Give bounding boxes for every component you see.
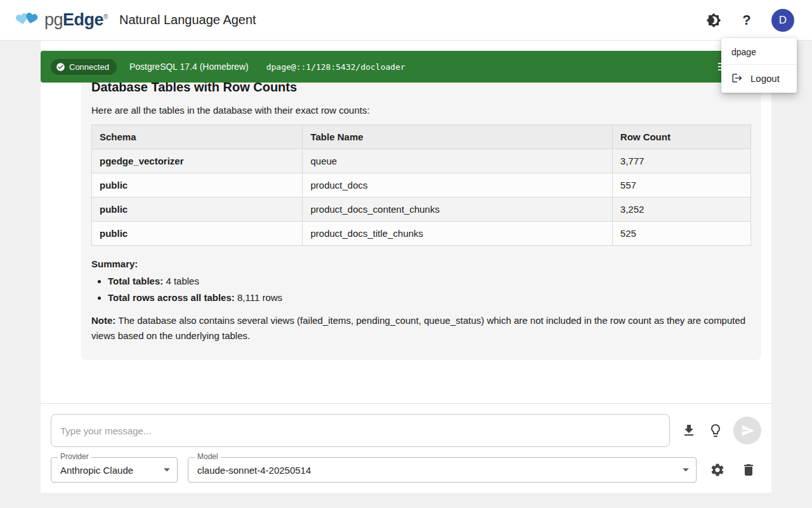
- composer-settings-actions: [705, 457, 761, 483]
- menu-divider: [721, 64, 797, 65]
- server-version: PostgreSQL 17.4 (Homebrew): [129, 62, 249, 72]
- download-button[interactable]: [676, 418, 702, 443]
- send-button[interactable]: [733, 417, 761, 444]
- pgedge-wordmark: pgEdge®: [44, 10, 108, 30]
- table-row: public product_docs_title_chunks 525: [92, 222, 751, 246]
- connected-badge: Connected: [51, 59, 117, 75]
- cell-schema: public: [92, 197, 303, 222]
- model-label: Model: [195, 452, 221, 461]
- message-input[interactable]: [51, 414, 670, 447]
- cell-row-count: 525: [612, 222, 750, 246]
- composer-actions: [676, 417, 761, 444]
- help-icon: ?: [742, 12, 750, 29]
- message-intro: Here are all the tables in the database …: [91, 105, 751, 116]
- message-input-row: [51, 414, 761, 447]
- cell-schema: public: [92, 173, 303, 197]
- dark-mode-toggle[interactable]: [705, 12, 722, 29]
- chat-scroll-area[interactable]: Connected PostgreSQL 17.4 (Homebrew) dpa…: [41, 41, 771, 403]
- list-item: Total rows across all tables: 8,111 rows: [108, 292, 751, 303]
- page-title: Natural Language Agent: [119, 13, 256, 27]
- column-header-schema: Schema: [92, 125, 303, 149]
- cell-table-name: product_docs_content_chunks: [303, 197, 612, 222]
- pgedge-logo-icon: [14, 10, 42, 31]
- composer: Provider Anthropic Claude Model claude-s…: [41, 403, 771, 493]
- cell-table-name: product_docs_title_chunks: [303, 222, 612, 246]
- model-value: claude-sonnet-4-20250514: [197, 465, 311, 476]
- logout-icon: [731, 72, 743, 84]
- help-button[interactable]: ?: [738, 12, 755, 29]
- model-settings-row: Provider Anthropic Claude Model claude-s…: [51, 457, 761, 483]
- table-row: public product_docs 557: [92, 173, 751, 197]
- cell-row-count: 3,252: [612, 197, 750, 222]
- clear-chat-button[interactable]: [736, 457, 761, 483]
- assistant-message-card: Database Tables with Row Counts Here are…: [81, 70, 761, 360]
- logout-menu-item[interactable]: Logout: [721, 67, 797, 89]
- column-header-table-name: Table Name: [303, 125, 612, 149]
- download-icon: [681, 423, 697, 438]
- provider-label: Provider: [58, 452, 91, 461]
- provider-select[interactable]: Provider Anthropic Claude: [51, 457, 178, 483]
- cell-table-name: product_docs: [303, 173, 612, 197]
- app-header: pgEdge® Natural Language Agent ? D: [0, 0, 812, 41]
- header-actions: ? D: [705, 9, 794, 32]
- column-header-row-count: Row Count: [612, 125, 750, 149]
- gear-icon: [710, 462, 725, 478]
- lightbulb-icon: [708, 423, 723, 438]
- user-menu: dpage Logout: [721, 38, 797, 93]
- cell-row-count: 3,777: [612, 149, 750, 173]
- summary-label: Summary:: [91, 258, 751, 269]
- send-icon: [741, 424, 755, 438]
- provider-value: Anthropic Claude: [60, 465, 133, 476]
- message-note: Note: The database also contains several…: [91, 313, 751, 344]
- connection-status-bar: Connected PostgreSQL 17.4 (Homebrew) dpa…: [41, 51, 771, 83]
- cell-schema: public: [92, 222, 303, 246]
- connected-label: Connected: [69, 62, 109, 72]
- menu-username: dpage: [721, 42, 797, 63]
- chevron-down-icon: [683, 469, 689, 472]
- list-item: Total tables: 4 tables: [108, 276, 751, 286]
- logout-label: Logout: [750, 73, 780, 84]
- cell-table-name: queue: [303, 149, 612, 173]
- settings-button[interactable]: [705, 457, 730, 483]
- check-circle-icon: [56, 62, 65, 72]
- table-row: public product_docs_content_chunks 3,252: [92, 197, 751, 222]
- table-row: pgedge_vectorizer queue 3,777: [92, 149, 751, 173]
- table-header-row: Schema Table Name Row Count: [92, 125, 751, 149]
- chevron-down-icon: [164, 469, 170, 472]
- connection-string: dpage@::1/128:5432/docloader: [266, 62, 405, 72]
- model-select[interactable]: Model claude-sonnet-4-20250514: [188, 457, 697, 483]
- main-column: Connected PostgreSQL 17.4 (Homebrew) dpa…: [41, 41, 771, 493]
- suggestions-button[interactable]: [703, 418, 728, 443]
- row-counts-table: Schema Table Name Row Count pgedge_vecto…: [91, 124, 751, 246]
- summary-list: Total tables: 4 tables Total rows across…: [91, 276, 751, 303]
- cell-row-count: 557: [612, 173, 750, 197]
- cell-schema: pgedge_vectorizer: [92, 149, 303, 173]
- brightness-icon: [706, 13, 721, 28]
- trash-icon: [741, 462, 756, 478]
- pgedge-logo: pgEdge®: [14, 10, 108, 31]
- user-avatar[interactable]: D: [771, 9, 794, 32]
